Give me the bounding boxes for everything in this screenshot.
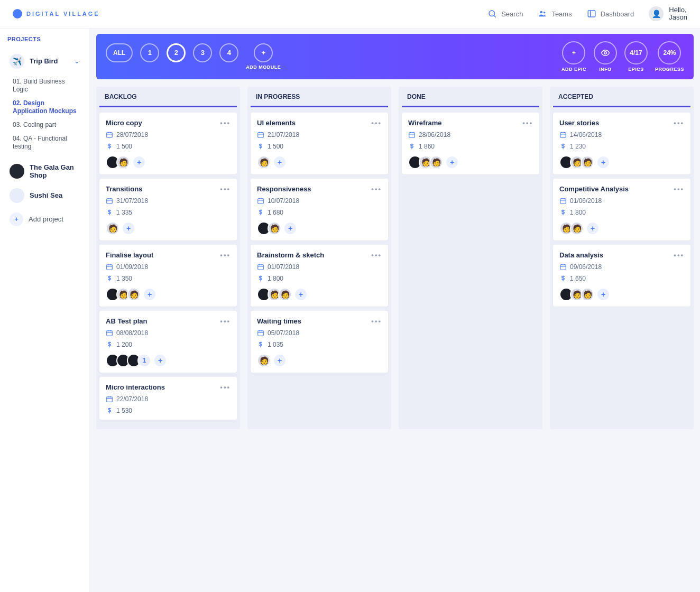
search-label: Search	[501, 10, 523, 18]
module-stat[interactable]	[594, 41, 617, 64]
svg-rect-7	[107, 133, 113, 137]
task-card[interactable]: Wireframe•••28/06/20181 860🧑🧑+	[402, 113, 539, 174]
task-card[interactable]: UI elements•••21/07/20181 500🧑+	[251, 113, 388, 174]
assignee-row: 🧑🧑+	[257, 288, 382, 301]
card-date: 01/09/2018	[116, 263, 148, 271]
card-price: 1 680	[268, 209, 283, 216]
add-assignee-button[interactable]: +	[283, 221, 297, 235]
assignee-avatar[interactable]: 🧑	[127, 288, 141, 301]
calendar-icon	[257, 197, 264, 205]
card-more-icon[interactable]: •••	[220, 119, 231, 127]
task-card[interactable]: Responsiveness•••10/07/20181 680🧑+	[251, 179, 388, 240]
svg-point-2	[540, 11, 543, 14]
add-assignee-button[interactable]: +	[596, 288, 610, 301]
card-more-icon[interactable]: •••	[220, 383, 231, 391]
add-assignee-button[interactable]: +	[273, 155, 287, 169]
assignee-avatar[interactable]: 🧑	[116, 155, 130, 169]
task-card[interactable]: Transitions•••31/07/20181 335🧑+	[99, 179, 237, 240]
assignee-avatar[interactable]: 🧑	[268, 221, 281, 235]
assignee-avatar[interactable]: 🧑	[106, 221, 119, 235]
board-column: DONEWireframe•••28/06/20181 860🧑🧑+	[399, 87, 542, 429]
card-more-icon[interactable]: •••	[371, 251, 382, 259]
svg-rect-15	[107, 265, 113, 270]
module-stat[interactable]: 24%	[658, 41, 681, 64]
assignee-avatar[interactable]: 🧑	[429, 155, 443, 169]
project-item[interactable]: The Gala Gan Shop	[7, 159, 82, 184]
add-assignee-button[interactable]: +	[596, 155, 610, 169]
calendar-icon	[106, 131, 113, 138]
project-subitem[interactable]: 03. Coding part	[11, 118, 82, 132]
task-card[interactable]: Data analysis•••09/06/20181 650🧑🧑+	[553, 245, 690, 307]
card-more-icon[interactable]: •••	[220, 251, 231, 259]
module-stat[interactable]: +	[562, 41, 585, 64]
add-assignee-button[interactable]: +	[153, 354, 167, 367]
assignee-row: 🧑🧑+	[559, 288, 684, 301]
greet-line1: Hello,	[669, 6, 687, 14]
add-assignee-button[interactable]: +	[122, 221, 135, 235]
task-card[interactable]: AB Test plan•••08/08/20181 2001+	[99, 311, 237, 373]
teams-link[interactable]: Teams	[538, 9, 572, 18]
card-date: 01/07/2018	[268, 263, 299, 271]
card-date: 01/06/2018	[570, 197, 602, 205]
assignee-avatar[interactable]: 🧑	[570, 221, 584, 235]
assignee-overflow-count[interactable]: 1	[137, 354, 151, 367]
add-project-button[interactable]: + Add project	[7, 207, 82, 232]
project-subitem[interactable]: 04. QA - Functional testing	[11, 132, 82, 154]
project-subitem[interactable]: 01. Build Business Logic	[11, 75, 82, 97]
add-assignee-button[interactable]: +	[294, 288, 308, 301]
card-more-icon[interactable]: •••	[220, 317, 231, 325]
task-card[interactable]: Finalise layout•••01/09/20181 350🧑🧑+	[99, 245, 237, 307]
svg-rect-19	[107, 331, 113, 336]
assignee-avatar[interactable]: 🧑	[581, 288, 594, 301]
task-card[interactable]: Brainstorm & sketch•••01/07/20181 800🧑🧑+	[251, 245, 388, 307]
module-pill[interactable]: 4	[219, 43, 238, 62]
assignee-avatar[interactable]: 🧑	[257, 354, 271, 367]
module-pill[interactable]: 1	[140, 43, 159, 62]
module-stat-label: EPICS	[628, 67, 644, 72]
assignee-avatar[interactable]: 🧑	[278, 288, 292, 301]
search-link[interactable]: Search	[487, 9, 523, 18]
assignee-avatar[interactable]: 🧑	[581, 155, 594, 169]
dashboard-link[interactable]: Dashboard	[587, 9, 634, 18]
project-subitem[interactable]: 02. Design Application Mockups	[11, 97, 82, 118]
card-more-icon[interactable]: •••	[220, 185, 231, 193]
module-stat[interactable]: 4/17	[624, 41, 648, 64]
module-pill[interactable]: 3	[193, 43, 212, 62]
assignee-row: 🧑+	[106, 221, 231, 235]
project-icon	[10, 188, 24, 203]
user-menu[interactable]: 👤 Hello, Jason	[649, 6, 687, 22]
card-more-icon[interactable]: •••	[522, 119, 533, 127]
task-card[interactable]: Competitive Analysis•••01/06/20181 800🧑🧑…	[553, 179, 690, 240]
card-more-icon[interactable]: •••	[674, 119, 684, 127]
module-filter-all[interactable]: ALL	[106, 43, 133, 62]
column-header: ACCEPTED	[553, 87, 690, 107]
card-more-icon[interactable]: •••	[371, 119, 382, 127]
card-more-icon[interactable]: •••	[674, 251, 684, 259]
add-assignee-button[interactable]: +	[143, 288, 156, 301]
project-item[interactable]: Sushi Sea	[7, 184, 82, 207]
add-assignee-button[interactable]: +	[586, 221, 600, 235]
task-card[interactable]: Micro interactions•••22/07/20181 530	[99, 377, 237, 420]
brand-logo[interactable]: DIGITAL VILLAGE	[13, 9, 100, 18]
task-card[interactable]: Waiting times•••05/07/20181 035🧑+	[251, 311, 388, 373]
calendar-icon	[559, 197, 567, 205]
card-more-icon[interactable]: •••	[371, 185, 382, 193]
module-stat-label: ADD EPIC	[561, 67, 586, 72]
add-assignee-button[interactable]: +	[273, 354, 287, 367]
card-more-icon[interactable]: •••	[371, 317, 382, 325]
assignee-avatar[interactable]: 🧑	[257, 155, 271, 169]
add-assignee-button[interactable]: +	[132, 155, 146, 169]
column-header: IN PROGRESS	[251, 87, 388, 107]
card-more-icon[interactable]: •••	[674, 185, 684, 193]
svg-rect-27	[258, 133, 264, 137]
task-card[interactable]: Micro copy•••28/07/20181 500🧑+	[99, 113, 237, 174]
add-module-button[interactable]: +	[254, 43, 273, 62]
task-card[interactable]: User stories•••14/06/20181 230🧑🧑+	[553, 113, 690, 174]
svg-line-1	[494, 16, 496, 17]
add-assignee-button[interactable]: +	[445, 155, 459, 169]
dollar-icon	[559, 275, 567, 282]
card-title: Competitive Analysis	[559, 185, 629, 193]
project-item[interactable]: ✈️Trip Bird⌄	[7, 50, 82, 73]
module-pill[interactable]: 2	[167, 43, 186, 62]
top-header: DIGITAL VILLAGE Search Teams Dashboard 👤…	[0, 0, 700, 29]
